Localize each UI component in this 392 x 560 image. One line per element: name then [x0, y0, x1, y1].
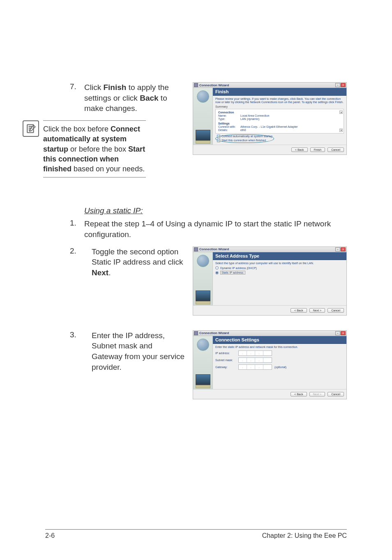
- finish-button[interactable]: Finish: [310, 147, 325, 152]
- step-text: Click Finish to apply the settings or cl…: [84, 82, 185, 114]
- note-row: Click the box before Connect automatical…: [23, 120, 185, 177]
- wizard-sidebar: [193, 88, 213, 145]
- connectwith-key: Connect with:: [218, 125, 240, 128]
- details-key: Details:: [218, 129, 240, 131]
- step-s1: 1. Repeat the step 1–4 of Using a dynami…: [45, 219, 347, 240]
- wizard-instruction: Please review your settings. If you want…: [215, 97, 344, 104]
- subnet-label: Subnet mask:: [215, 359, 238, 362]
- checkbox-start-label: Start this connection when finished: [221, 139, 266, 142]
- base-icon: [196, 141, 210, 144]
- window-title: Connection Wizard: [199, 331, 335, 335]
- step-text: Enter the IP address, Subnet mask and Ga…: [92, 330, 185, 373]
- checkbox-start[interactable]: ✓: [217, 139, 220, 142]
- cancel-button[interactable]: Cancel: [327, 308, 344, 313]
- checkbox-auto-label: Connect automatically at system startup: [221, 135, 272, 138]
- ip-label: IP address:: [215, 352, 238, 355]
- connection-header: Connection: [218, 111, 341, 114]
- screenshot-address-type: Connection Wizard –x Select Address Type…: [193, 247, 347, 316]
- name-val: Local Area Connection: [240, 114, 269, 117]
- step-number: 1.: [45, 219, 84, 240]
- button-row: < Back Finish Cancel: [193, 145, 346, 154]
- page-footer: 2-6 Chapter 2: Using the Eee PC: [45, 529, 347, 539]
- back-button[interactable]: < Back: [291, 392, 307, 396]
- radio-dynamic-label: Dynamic IP address (DHCP): [220, 267, 257, 270]
- b: Back: [140, 94, 158, 102]
- note-icon: [23, 120, 39, 137]
- page-number: 2-6: [45, 532, 55, 539]
- step-s3-row: 3. Enter the IP address, Subnet mask and…: [45, 330, 347, 399]
- button-row: < Back Next > Cancel: [193, 389, 346, 399]
- t: Toggle the second option Static IP addre…: [92, 247, 183, 267]
- wizard-sidebar: [193, 252, 213, 305]
- details-val: eth0: [240, 129, 246, 131]
- scroll-down[interactable]: ▾: [339, 129, 343, 132]
- scroll-up[interactable]: ▴: [339, 111, 343, 114]
- page: 7. Click Finish to apply the settings or…: [0, 0, 392, 560]
- minimize-button[interactable]: –: [335, 83, 340, 87]
- t: or before the box: [68, 145, 128, 153]
- globe-icon: [197, 339, 209, 351]
- base-icon: [196, 385, 210, 388]
- step-number: 7.: [45, 82, 84, 114]
- t: Click the box before: [43, 125, 111, 133]
- wizard-banner: Select Address Type: [213, 252, 346, 260]
- note-box: Click the box before Connect automatical…: [43, 120, 146, 177]
- monitor-icon: [196, 130, 210, 141]
- cancel-button[interactable]: Cancel: [327, 147, 344, 152]
- close-button[interactable]: x: [341, 83, 346, 87]
- radio-static-label: Static IP address:: [220, 271, 245, 274]
- minimize-button[interactable]: –: [335, 331, 340, 335]
- globe-icon: [197, 90, 209, 103]
- window-titlebar: Connection Wizard –x: [193, 331, 346, 336]
- radio-static[interactable]: [215, 271, 219, 274]
- button-row: < Back Next > Cancel: [193, 305, 346, 315]
- close-button[interactable]: x: [341, 331, 346, 335]
- connectwith-val: Atheros Corp. - L1e Gigabit Ethernet Ada…: [240, 125, 298, 128]
- back-button[interactable]: < Back: [291, 147, 308, 152]
- minimize-button[interactable]: –: [335, 247, 340, 251]
- app-icon: [194, 83, 198, 87]
- app-icon: [194, 247, 198, 251]
- t: .: [108, 268, 111, 277]
- settings-header: Settings: [218, 122, 341, 125]
- window-title: Connection Wizard: [199, 83, 335, 87]
- b: Next: [92, 268, 108, 277]
- step7-row: 7. Click Finish to apply the settings or…: [45, 82, 347, 177]
- step-number: 2.: [45, 247, 84, 256]
- screenshot-finish: Connection Wizard – x Finish Please revi…: [193, 82, 347, 155]
- b: Finish: [103, 83, 126, 92]
- cancel-button[interactable]: Cancel: [327, 392, 344, 396]
- next-button[interactable]: Next >: [309, 392, 325, 396]
- wizard-instruction: Enter the static IP address and network …: [215, 346, 344, 349]
- subnet-input[interactable]: ...: [238, 357, 272, 363]
- summary-panel: ▴▾ Connection Name:Local Area Connection…: [215, 109, 344, 134]
- gateway-label: Gateway:: [215, 366, 238, 369]
- monitor-icon: [196, 374, 210, 385]
- window-titlebar: Connection Wizard –x: [193, 247, 346, 252]
- window-title: Connection Wizard: [199, 247, 335, 251]
- checkbox-auto[interactable]: ✓: [217, 135, 220, 138]
- wizard-sidebar: [193, 336, 213, 389]
- wizard-banner: Connection Settings: [213, 336, 346, 344]
- highlight-circle: ✓Connect automatically at system startup…: [215, 134, 274, 143]
- summary-label: Summary: [215, 105, 344, 108]
- gateway-input[interactable]: ...: [238, 364, 272, 370]
- type-val: LAN (dynamic): [240, 118, 259, 120]
- step-s2-row: 2. Toggle the second option Static IP ad…: [45, 247, 347, 316]
- step-text: Repeat the step 1–4 of Using a dynamic I…: [84, 219, 347, 240]
- monitor-icon: [196, 290, 210, 301]
- globe-icon: [197, 255, 209, 267]
- window-titlebar: Connection Wizard – x: [193, 83, 346, 88]
- base-icon: [196, 301, 210, 304]
- close-button[interactable]: x: [341, 247, 346, 251]
- t: Click: [84, 83, 103, 92]
- name-key: Name:: [218, 114, 240, 117]
- next-button[interactable]: Next >: [309, 308, 325, 313]
- wizard-banner: Finish: [213, 88, 346, 96]
- step-text: Toggle the second option Static IP addre…: [92, 247, 185, 278]
- radio-dynamic[interactable]: [215, 266, 219, 270]
- app-icon: [194, 331, 198, 335]
- step-7: 7. Click Finish to apply the settings or…: [45, 82, 185, 114]
- back-button[interactable]: < Back: [291, 308, 307, 313]
- ip-input[interactable]: ...: [238, 350, 272, 356]
